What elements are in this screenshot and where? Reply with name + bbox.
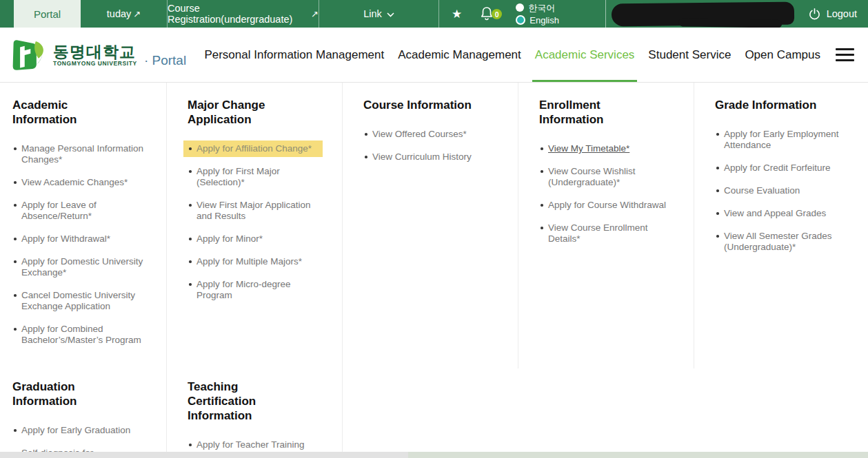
topbar-link-label: Link	[363, 8, 382, 19]
language-label: English	[529, 15, 559, 25]
menu-item[interactable]: Apply for Minor*	[188, 231, 325, 247]
radio-icon	[516, 15, 525, 25]
nav-student-service[interactable]: Student Service	[641, 28, 738, 82]
chevron-down-icon	[387, 12, 394, 17]
logout-label: Logout	[827, 8, 857, 19]
topbar-link-label: tuday	[107, 8, 131, 19]
menu-section-course-information: Course InformationView Offered Courses*V…	[343, 83, 518, 368]
menu-item[interactable]: Apply for Multiple Majors*	[188, 253, 325, 270]
nav-open-campus[interactable]: Open Campus	[738, 28, 827, 82]
menu-section-title: Course Information	[363, 98, 481, 112]
menu-item[interactable]: Apply for Withdrawal*	[12, 231, 150, 247]
logo-korean-name: 동명대학교	[53, 43, 137, 60]
logo-english-name: TONGMYONG UNIVERSITY	[53, 60, 137, 67]
language-option-english[interactable]: English	[516, 15, 559, 25]
language-switcher: 한국어English	[516, 3, 559, 25]
menu-item[interactable]: Apply for Early Graduation	[12, 422, 150, 439]
academic-services-mega-menu: Academic InformationManage Personal Info…	[0, 83, 868, 458]
topbar-link-label: Course Registration(undergraduate)	[168, 3, 309, 25]
nav-academic-management[interactable]: Academic Management	[391, 28, 528, 82]
menu-item[interactable]: View All Semester Grades (Undergraduate)…	[715, 228, 853, 256]
menu-section-title: Graduation Information	[12, 379, 130, 408]
menu-item[interactable]: Apply for Credit Forfeiture	[715, 160, 853, 176]
page-bottom-strip	[0, 452, 868, 458]
menu-item[interactable]: Apply for Early Employment Attendance	[715, 126, 853, 154]
menu-item[interactable]: View My Timetable*	[539, 140, 677, 157]
menu-section-major-change-application: Major Change ApplicationApply for Affili…	[167, 83, 343, 368]
menu-item[interactable]: View Curriculum History	[363, 149, 501, 165]
menu-list: Apply for Early Employment AttendanceApp…	[715, 126, 854, 256]
favorites-star-icon[interactable]: ★	[452, 7, 462, 21]
topbar-link-tuday[interactable]: tuday↗	[81, 0, 168, 28]
menu-list: Apply for Affiliation Change*Apply for F…	[188, 140, 328, 304]
menu-item[interactable]: Apply for Affiliation Change*	[183, 140, 323, 157]
power-icon	[808, 8, 821, 21]
menu-item[interactable]: View Academic Changes*	[12, 174, 150, 191]
menu-item[interactable]: View Course Wishlist (Undergraduate)*	[539, 163, 677, 191]
menu-item[interactable]: Manage Personal Information Changes*	[12, 140, 150, 168]
menu-item[interactable]: View Offered Courses*	[363, 126, 501, 143]
menu-row: Academic InformationManage Personal Info…	[0, 83, 868, 368]
menu-section-title: Teaching Certification Information	[188, 379, 305, 423]
logout-button[interactable]: Logout	[808, 8, 857, 21]
nav-personal-information-management[interactable]: Personal Information Management	[197, 28, 391, 82]
notifications-button[interactable]: 0	[480, 6, 498, 22]
language-label: 한국어	[528, 3, 555, 13]
menu-item[interactable]: Apply for First Major (Selection)*	[188, 163, 325, 191]
menu-item[interactable]: Apply for Domestic University Exchange*	[12, 253, 150, 281]
menu-section-title: Enrollment Information	[539, 98, 656, 127]
menu-item[interactable]: View First Major Application and Results	[188, 197, 325, 225]
portal-tab[interactable]: Portal	[14, 0, 81, 28]
menu-list: Manage Personal Information Changes*View…	[12, 140, 152, 348]
radio-icon	[516, 3, 524, 12]
menu-item[interactable]: Cancel Domestic University Exchange Appl…	[12, 287, 150, 315]
menu-section-title: Major Change Application	[188, 98, 305, 127]
menu-item[interactable]: Course Evaluation	[715, 183, 853, 199]
language-option-korean[interactable]: 한국어	[516, 3, 559, 13]
external-link-icon: ↗	[311, 9, 319, 19]
menu-section-title: Grade Information	[715, 98, 832, 112]
menu-item[interactable]: Apply for Combined Bachelor’s/Master’s P…	[12, 321, 150, 348]
menu-section-title: Academic Information	[12, 98, 130, 127]
menu-item[interactable]: View Course Enrollment Details*	[539, 220, 677, 247]
menu-section-academic-information: Academic InformationManage Personal Info…	[0, 83, 167, 368]
topbar-spacer	[559, 0, 605, 28]
topbar-divider	[605, 0, 606, 28]
menu-item[interactable]: View and Appeal Grades	[715, 205, 853, 222]
hamburger-menu-icon[interactable]	[836, 48, 854, 61]
menu-item[interactable]: Apply for Micro-degree Program	[188, 276, 325, 304]
menu-section-teaching-certification-information: Teaching Certification InformationApply …	[167, 368, 343, 458]
external-link-icon: ↗	[133, 9, 141, 19]
menu-section-grade-information: Grade InformationApply for Early Employm…	[694, 83, 868, 368]
topbar-link-link[interactable]: Link	[319, 0, 439, 28]
menu-list: View Offered Courses*View Curriculum His…	[363, 126, 504, 165]
notification-badge: 0	[492, 9, 502, 19]
university-logo-icon	[8, 38, 48, 72]
menu-row: Graduation InformationApply for Early Gr…	[0, 368, 868, 458]
topbar: Portal tuday↗Course Registration(undergr…	[0, 0, 868, 28]
main-nav: Personal Information ManagementAcademic …	[197, 28, 827, 82]
university-logo[interactable]: 동명대학교 TONGMYONG UNIVERSITY	[8, 28, 137, 82]
header-spacer	[186, 28, 197, 82]
portal-suffix-label: · Portal	[144, 53, 186, 68]
logo-text: 동명대학교 TONGMYONG UNIVERSITY	[53, 43, 137, 67]
menu-list: View My Timetable*View Course Wishlist (…	[539, 140, 680, 247]
menu-item[interactable]: Apply for Course Withdrawal	[539, 197, 677, 214]
header: 동명대학교 TONGMYONG UNIVERSITY · Portal Pers…	[0, 28, 868, 83]
redacted-user-info	[611, 1, 794, 26]
menu-section-graduation-information: Graduation InformationApply for Early Gr…	[0, 368, 167, 458]
nav-academic-services[interactable]: Academic Services	[528, 28, 642, 82]
menu-section-enrollment-information: Enrollment InformationView My Timetable*…	[518, 83, 694, 368]
topbar-link-course-registration-undergraduate[interactable]: Course Registration(undergraduate)↗	[168, 0, 319, 28]
menu-item[interactable]: Apply for Leave of Absence/Return*	[12, 197, 150, 225]
